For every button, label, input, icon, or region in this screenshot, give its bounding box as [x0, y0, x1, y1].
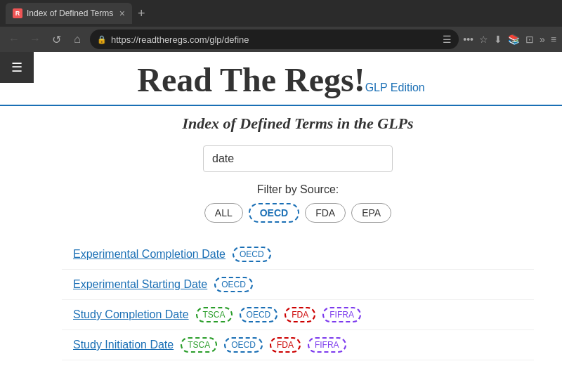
page-heading: Index of Defined Terms in the GLPs: [55, 115, 541, 133]
url-bar[interactable]: 🔒 https://readtheregs.com/glp/define ☰: [90, 30, 459, 49]
filter-btn-fda[interactable]: FDA: [305, 203, 346, 223]
main-content: Index of Defined Terms in the GLPs Filte…: [34, 115, 562, 360]
library-icon[interactable]: 📚: [508, 34, 520, 45]
browser-navbar: ← → ↺ ⌂ 🔒 https://readtheregs.com/glp/de…: [0, 27, 562, 52]
refresh-button[interactable]: ↺: [48, 31, 65, 48]
url-text: https://readtheregs.com/glp/define: [111, 34, 438, 45]
tag-fda: FDA: [285, 307, 315, 322]
filter-btn-oecd[interactable]: OECD: [249, 203, 299, 223]
result-item: Experimental Starting Date OECD: [62, 270, 534, 300]
tag-oecd: OECD: [214, 277, 253, 292]
tag-tsca: TSCA: [196, 307, 233, 322]
tag-oecd: OECD: [240, 307, 278, 322]
result-link-study-initiation-date[interactable]: Study Initiation Date: [73, 339, 174, 351]
bookmark-icon[interactable]: ☆: [479, 34, 488, 45]
hamburger-icon: ☰: [11, 60, 22, 75]
tag-tsca: TSCA: [181, 337, 217, 353]
result-item: Experimental Completion Date OECD: [62, 240, 534, 270]
filter-buttons: ALL OECD FDA EPA: [55, 203, 541, 223]
filter-btn-all[interactable]: ALL: [204, 203, 243, 223]
browser-chrome: R Index of Defined Terms × +: [0, 0, 562, 27]
site-title: Read The Regs!: [137, 61, 365, 98]
tag-fifra: FIFRA: [308, 337, 346, 353]
tab-favicon: R: [13, 8, 22, 18]
search-container: [55, 145, 541, 172]
reader-icon[interactable]: ☰: [443, 34, 452, 45]
site-subtitle: GLP Edition: [365, 81, 425, 93]
browser-tab[interactable]: R Index of Defined Terms ×: [6, 3, 132, 24]
results-list: Experimental Completion Date OECD Experi…: [55, 240, 541, 360]
filter-btn-epa[interactable]: EPA: [351, 203, 391, 223]
nav-action-icons: ••• ☆ ⬇ 📚 ⊡ » ≡: [463, 34, 556, 45]
site-header: Read The Regs!GLP Edition: [0, 52, 562, 106]
result-item: Study Initiation Date TSCA OECD FDA FIFR…: [62, 330, 534, 360]
filter-section: Filter by Source: ALL OECD FDA EPA: [55, 183, 541, 223]
result-link-experimental-starting-date[interactable]: Experimental Starting Date: [73, 278, 207, 291]
result-link-experimental-completion-date[interactable]: Experimental Completion Date: [73, 248, 226, 261]
page-content: ☰ Read The Regs!GLP Edition Index of Def…: [0, 52, 562, 392]
forward-button[interactable]: →: [27, 31, 44, 48]
tag-oecd: OECD: [224, 337, 263, 353]
home-button[interactable]: ⌂: [69, 31, 86, 48]
menu-icon[interactable]: ≡: [551, 34, 556, 45]
new-tab-button[interactable]: +: [138, 6, 145, 21]
extra-icon[interactable]: »: [540, 34, 545, 45]
tag-oecd: OECD: [233, 247, 271, 262]
back-button[interactable]: ←: [6, 31, 22, 48]
tab-title: Index of Defined Terms: [27, 8, 115, 18]
lock-icon: 🔒: [97, 35, 107, 44]
search-input[interactable]: [203, 145, 393, 172]
download-icon[interactable]: ⬇: [494, 34, 502, 45]
tab-close-button[interactable]: ×: [119, 8, 125, 19]
filter-label: Filter by Source:: [55, 183, 541, 196]
sync-icon[interactable]: ⊡: [525, 34, 534, 45]
result-link-study-completion-date[interactable]: Study Completion Date: [73, 308, 189, 321]
more-icon[interactable]: •••: [463, 34, 473, 45]
tag-fifra: FIFRA: [322, 307, 361, 322]
sidebar-toggle-button[interactable]: ☰: [0, 52, 34, 83]
result-item: Study Completion Date TSCA OECD FDA FIFR…: [62, 300, 534, 330]
tag-fda: FDA: [270, 337, 301, 353]
